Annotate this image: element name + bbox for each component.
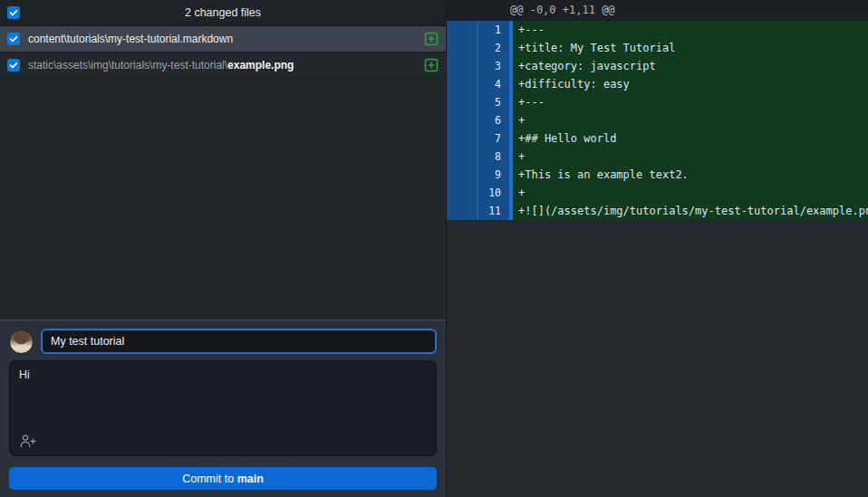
new-line-number: 9 [478,166,509,184]
check-icon [9,61,18,70]
diff-line: 8+ [447,148,868,166]
old-line-number [447,129,478,148]
commit-description-input[interactable]: Hi [10,361,436,434]
diff-line-gutter[interactable]: 2 [447,39,509,57]
new-line-number: 7 [478,129,509,148]
file-include-checkbox[interactable] [7,33,20,45]
old-line-number [447,184,478,202]
diff-added-line-text: +--- [513,93,868,111]
file-name: example.png [227,59,294,72]
commit-summary-input[interactable] [41,329,437,354]
diff-panel: @@ -0,0 +1,11 @@ 1+---2+title: My Test T… [447,0,868,497]
commit-branch-name: main [237,473,264,485]
new-line-number: 5 [478,93,509,111]
diff-line: 3+category: javascript [447,57,868,75]
new-line-number: 2 [478,39,509,57]
diff-line: 1+--- [447,21,868,39]
diff-lines: 1+---2+title: My Test Tutorial3+category… [447,21,868,220]
file-path: static\assets\img\tutorials\my-test-tuto… [28,59,417,72]
old-line-number [447,39,478,57]
diff-line: 11+![](/assets/img/tutorials/my-test-tut… [447,202,868,220]
diff-line-gutter[interactable]: 11 [447,202,509,220]
diff-line-gutter[interactable]: 9 [447,166,509,184]
diff-line: 2+title: My Test Tutorial [447,39,868,57]
commit-to-branch-button[interactable]: Commit to main [9,467,437,490]
file-directory: static\assets\img\tutorials\my-test-tuto… [28,59,227,72]
diff-line-gutter[interactable]: 5 [447,93,509,111]
diff-added-line-text: +This is an example text2. [513,166,868,184]
diff-added-line-text: + [513,184,868,202]
new-line-number: 11 [478,202,509,220]
diff-line-gutter[interactable]: 8 [447,148,509,166]
add-coauthor-button[interactable] [18,433,38,449]
commit-button-label: Commit to [182,473,236,485]
file-row[interactable]: static\assets\img\tutorials\my-test-tuto… [0,53,446,79]
changed-files-header: 2 changed files [0,0,446,26]
panel-spacer [0,79,446,320]
check-icon [9,8,18,17]
diff-added-line-text: +## Hello world [513,129,868,148]
diff-line: 6+ [447,111,868,129]
diff-line: 10+ [447,184,868,202]
diff-line-gutter[interactable]: 10 [447,184,509,202]
diff-hunk-header: @@ -0,0 +1,11 @@ [447,0,868,21]
diff-line-gutter[interactable]: 7 [447,129,509,148]
old-line-number [447,166,478,184]
diff-added-line-text: +title: My Test Tutorial [513,39,868,57]
diff-added-line-text: +difficulty: easy [513,75,868,93]
file-row[interactable]: content\tutorials\my-test-tutorial.markd… [0,26,446,53]
diff-added-line-text: +--- [513,21,868,39]
diff-line: 5+--- [447,93,868,111]
file-name: my-test-tutorial.markdown [108,33,233,45]
diff-line: 4+difficulty: easy [447,75,868,93]
person-plus-icon [19,434,37,448]
old-line-number [447,57,478,75]
file-path: content\tutorials\my-test-tutorial.markd… [28,33,417,45]
old-line-number [447,202,478,220]
commit-area: Hi Commit to main [0,320,446,497]
commit-summary-row [9,329,437,354]
changes-panel: 2 changed files content\tutorials\my-tes… [0,0,447,497]
changed-files-count: 2 changed files [0,6,446,19]
diff-line-gutter[interactable]: 3 [447,57,509,75]
file-include-checkbox[interactable] [7,59,20,72]
old-line-number [447,148,478,166]
file-directory: content\tutorials\ [28,33,108,45]
user-avatar [9,330,34,354]
new-line-number: 6 [478,111,509,129]
diff-line: 7+## Hello world [447,129,868,148]
diff-added-line-text: +category: javascript [513,57,868,75]
old-line-number [447,93,478,111]
diff-line-gutter[interactable]: 4 [447,75,509,93]
diff-line-gutter[interactable]: 1 [447,21,509,39]
new-line-number: 10 [478,184,509,202]
diff-added-line-text: + [513,111,868,129]
diff-line-gutter[interactable]: 6 [447,111,509,129]
file-status-added-icon [424,58,439,72]
diff-line: 9+This is an example text2. [447,166,868,184]
old-line-number [447,75,478,93]
file-status-added-icon [424,32,439,46]
diff-added-line-text: + [513,148,868,166]
new-line-number: 3 [478,57,509,75]
commit-description-box[interactable]: Hi [9,360,437,456]
new-line-number: 4 [478,75,509,93]
new-line-number: 1 [478,21,509,39]
changed-file-list: content\tutorials\my-test-tutorial.markd… [0,26,446,79]
old-line-number [447,111,478,129]
check-icon [9,34,18,43]
new-line-number: 8 [478,148,509,166]
github-desktop-window: 2 changed files content\tutorials\my-tes… [0,0,868,497]
select-all-checkbox[interactable] [7,6,20,19]
diff-added-line-text: +![](/assets/img/tutorials/my-test-tutor… [513,202,868,220]
old-line-number [447,21,478,39]
